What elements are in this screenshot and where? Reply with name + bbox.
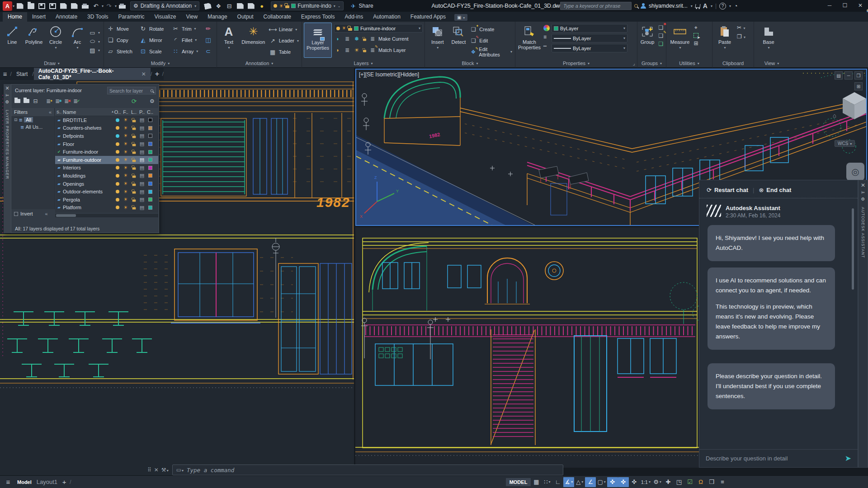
erase-button[interactable]: ✏ — [204, 23, 214, 34]
file-tabs-menu-icon[interactable]: ≡ — [0, 69, 10, 79]
tab-collaborate[interactable]: Collaborate — [259, 12, 296, 22]
group-edit-icon[interactable]: ❑✎ — [657, 33, 665, 39]
assistant-close-icon[interactable]: ✕ — [861, 182, 865, 188]
search-collapse-icon[interactable]: ▸ — [556, 4, 557, 8]
layer-search-box[interactable] — [107, 87, 156, 94]
edit-block-button[interactable]: ❑✎Edit — [470, 35, 512, 46]
status-annotation-settings[interactable]: ⚙▾ — [652, 477, 663, 487]
copy-clip-icon[interactable]: ❐ ▾ — [737, 33, 745, 40]
groups-panel-label[interactable]: Groups▾ — [637, 59, 666, 68]
paste-button[interactable]: Paste ▾ — [715, 23, 734, 58]
mirror-button[interactable]: ◭Mirror — [139, 34, 172, 46]
viewport-restore-icon[interactable]: ❐ — [854, 71, 863, 80]
status-toggle-dynamic-input[interactable]: ✜ — [618, 477, 629, 487]
user-name[interactable]: shiyamdev.srit... — [649, 3, 688, 9]
status-toggle-grid[interactable]: ▦ — [531, 477, 542, 487]
palette-close-icon[interactable]: ✕ — [5, 85, 9, 91]
linear-dimension-button[interactable]: ⟷Linear▾ — [269, 24, 299, 35]
tab-annotate[interactable]: Annotate — [51, 12, 82, 22]
invert-filter-toggle[interactable]: Invert « — [14, 211, 48, 216]
layout1-tab[interactable]: Layout1 — [35, 477, 59, 487]
monitor-icon[interactable]: ⊟ — [224, 1, 235, 11]
delete-layer-icon[interactable]: ≣✖ — [63, 97, 72, 105]
table-button[interactable]: ▦Table — [269, 47, 299, 58]
status-workspace-plus[interactable]: ✚ — [663, 477, 674, 487]
quick-measure-icon[interactable]: ➤ — [693, 33, 698, 38]
make-current-button[interactable]: ◗≣❅≣ Make Current — [334, 34, 423, 44]
layer-row[interactable]: ▰Defpoints☀▤ — [55, 132, 158, 140]
autodesk-caret-icon[interactable]: ▾ — [711, 4, 712, 8]
layer-search-input[interactable] — [109, 88, 149, 94]
layer-row[interactable]: ▰Counters-shelves☀▤ — [55, 124, 158, 132]
tab-3d-tools[interactable]: 3D Tools — [82, 12, 113, 22]
explode-button[interactable]: ◫ — [204, 34, 214, 46]
lightbulb-icon[interactable]: ● — [256, 1, 267, 11]
layer-filter-new-icon[interactable] — [13, 97, 22, 105]
layer-list-header[interactable]: S.. Name▴ O.. F.. L.. P.. C.. — [55, 108, 158, 116]
status-toggle-isodraft[interactable]: △▾ — [574, 477, 585, 487]
edit-attributes-button[interactable]: ❖✎Edit Attributes▾ — [470, 46, 512, 57]
circle-button[interactable]: Circle ▾ — [45, 23, 66, 58]
layer-properties-button[interactable]: Layer Properties — [304, 23, 332, 58]
trim-button[interactable]: ✂Trim▾ — [172, 23, 204, 34]
tab-express-tools[interactable]: Express Tools — [296, 12, 340, 22]
insert-block-button[interactable]: Insert ▾ — [428, 23, 448, 58]
layer-row[interactable]: ▰Interiors☀▤ — [55, 164, 158, 172]
quick-calculator-icon[interactable]: ⊞ — [693, 40, 698, 47]
send-icon[interactable]: ➤ — [845, 454, 851, 463]
layer-dropdown[interactable]: ☀ Furniture-indoor▾ — [334, 24, 423, 33]
layer-group-filter-icon[interactable] — [22, 97, 31, 105]
assistant-panel-titlebar[interactable]: ✕ ⊨ ⚙ AUTODESK ASSISTANT — [858, 180, 868, 468]
restart-chat-button[interactable]: ⟳Restart chat — [707, 187, 748, 193]
new-file-icon[interactable] — [14, 1, 25, 11]
end-chat-button[interactable]: ⊗End chat — [759, 187, 791, 193]
ungroup-icon[interactable]: ❑✖ — [657, 24, 665, 31]
command-grip-icon[interactable]: ⠿ — [147, 467, 151, 473]
save-as-icon[interactable]: ✎ — [47, 1, 58, 11]
chat-scrollbar[interactable] — [852, 208, 854, 290]
new-tab-button[interactable]: + — [152, 70, 162, 79]
offset-button[interactable]: ⊂ — [204, 46, 214, 57]
layer-row-selected[interactable]: ▰Furniture-outdoor☀▤ — [55, 156, 158, 164]
measure-button[interactable]: Measure ▾ — [668, 23, 692, 58]
command-tools-icon[interactable]: ⚒▾ — [161, 467, 169, 473]
detect-button[interactable]: Detect — [449, 23, 468, 58]
autocad-app-icon[interactable]: A — [3, 1, 12, 11]
layer-row[interactable]: ▰Openings☀▤ — [55, 180, 158, 188]
status-toggle-snap[interactable]: ∷▾ — [542, 477, 552, 487]
tool-palette-icon[interactable]: ❖ — [213, 1, 224, 11]
draw-panel-label[interactable]: Draw▾ — [0, 59, 104, 68]
ribbon-display-toggle[interactable]: ▣ ▾ — [454, 14, 467, 21]
wcs-selector[interactable]: WCS ▾ — [835, 140, 855, 147]
status-customization[interactable]: ≡ — [717, 477, 728, 487]
ellipse-tool[interactable]: ⬭▾ — [89, 38, 100, 45]
leader-button[interactable]: ↗Leader▾ — [269, 35, 299, 47]
group-button[interactable]: Group — [638, 23, 656, 58]
viewport-minimize-icon[interactable]: ─ — [844, 71, 853, 80]
filter-tree-all-used[interactable]: ≣All Us... — [11, 123, 54, 131]
line-button[interactable]: Line — [2, 23, 23, 58]
command-recent-icon[interactable]: ▭▾ — [176, 467, 184, 473]
minimize-button[interactable]: ─ — [822, 0, 837, 11]
stretch-button[interactable]: ▱Stretch — [107, 46, 139, 57]
scale-button[interactable]: ⊡Scale — [139, 46, 172, 57]
search-input[interactable] — [560, 2, 632, 10]
object-color-dropdown[interactable]: ByLayer▾ — [552, 24, 627, 33]
status-graphics[interactable]: ☑ — [684, 477, 695, 487]
assistant-autohide-icon[interactable]: ⊨ — [861, 190, 865, 195]
command-close-icon[interactable]: ✕ — [154, 467, 159, 473]
status-fullscreen[interactable]: ❒ — [706, 477, 717, 487]
assistant-settings-icon[interactable]: ⚙ — [861, 197, 865, 202]
group-selectable-icon[interactable]: ❑ — [657, 41, 665, 47]
user-avatar-icon[interactable] — [641, 3, 646, 9]
match-properties-button[interactable]: Match Properties — [517, 23, 542, 58]
share-icon[interactable]: ✈ — [348, 1, 359, 11]
filter-tree-all[interactable]: ⊟≣ All — [11, 116, 54, 123]
status-annotation-scale[interactable]: 1:1▾ — [640, 477, 652, 487]
copy-button[interactable]: ❏Copy — [107, 34, 139, 46]
palette-settings-icon[interactable]: ⚙ — [5, 99, 9, 104]
status-toggle-lineweight[interactable]: ✜ — [629, 477, 640, 487]
move-button[interactable]: ✛Move — [107, 23, 139, 34]
hatch-tool[interactable]: ▨▾ — [89, 47, 100, 54]
open-folder-icon[interactable] — [25, 1, 36, 11]
